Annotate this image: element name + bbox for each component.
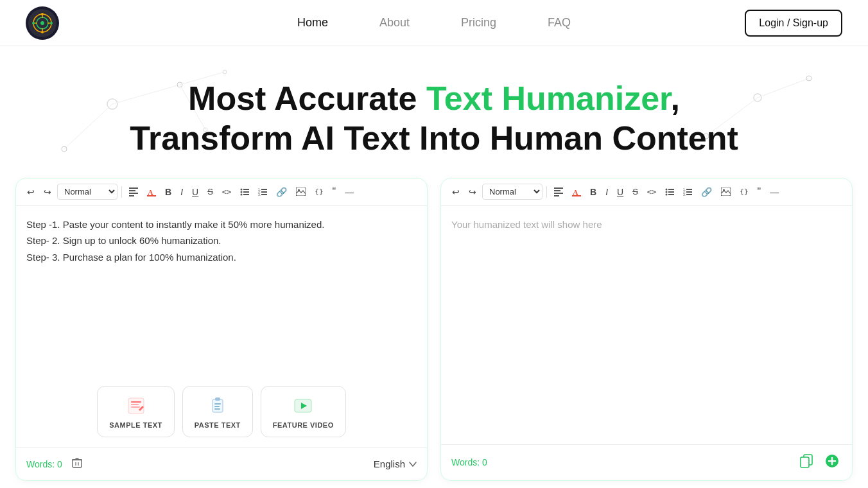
editors-container: ↩ ↪ Normal Heading 1 Heading 2 Heading 3… xyxy=(0,178,868,488)
left-editor-footer: Words: 0 English xyxy=(16,448,427,480)
copy-button[interactable] xyxy=(797,451,816,474)
left-toolbar: ↩ ↪ Normal Heading 1 Heading 2 Heading 3… xyxy=(16,179,427,206)
svg-rect-54 xyxy=(214,408,220,410)
left-font-color-button[interactable]: A xyxy=(144,185,159,199)
language-select[interactable]: English xyxy=(374,458,417,469)
login-button[interactable]: Login / Sign-up xyxy=(745,10,842,37)
language-label: English xyxy=(374,458,405,469)
hero-title: Most Accurate Text Humanizer, Transform … xyxy=(13,78,855,159)
left-placeholder-line3: Step- 3. Purchase a plan for 100% humani… xyxy=(26,249,417,266)
left-quote-button[interactable]: " xyxy=(329,184,340,200)
left-redo-button[interactable]: ↪ xyxy=(40,184,55,200)
right-format-select[interactable]: Normal Heading 1 Heading 2 Heading 3 xyxy=(482,184,542,200)
svg-point-10 xyxy=(32,22,35,24)
editor-action-cards: SAMPLE TEXT PASTE TEXT xyxy=(16,386,427,448)
svg-rect-35 xyxy=(243,191,249,193)
left-undo-button[interactable]: ↩ xyxy=(24,184,38,200)
right-numbered-list-button[interactable]: 1.2.3. xyxy=(680,185,695,199)
right-link-button[interactable]: 🔗 xyxy=(698,184,715,200)
svg-point-8 xyxy=(41,13,44,15)
svg-rect-63 xyxy=(554,190,560,191)
right-toolbar: ↩ ↪ Normal Heading 1 Heading 2 Heading 3… xyxy=(441,179,852,206)
left-bullet-list-button[interactable] xyxy=(237,185,252,199)
right-quote-button[interactable]: " xyxy=(754,184,765,200)
left-editor-content[interactable]: Step -1. Paste your content to instantly… xyxy=(16,206,427,386)
svg-rect-49 xyxy=(131,406,140,408)
toolbar-divider-1 xyxy=(121,186,122,198)
svg-rect-62 xyxy=(554,187,563,189)
right-word-count: Words: 0 xyxy=(451,457,487,467)
svg-rect-65 xyxy=(554,195,559,196)
svg-rect-77 xyxy=(686,191,692,193)
right-align-button[interactable] xyxy=(551,185,566,199)
hero-title-part1: Most Accurate xyxy=(188,80,426,117)
svg-rect-69 xyxy=(668,189,674,190)
right-footer-buttons xyxy=(797,451,842,474)
right-bold-button[interactable]: B xyxy=(587,184,600,200)
right-underline-button[interactable]: U xyxy=(614,184,627,200)
svg-rect-79 xyxy=(686,194,692,195)
add-button[interactable] xyxy=(822,451,842,474)
svg-point-68 xyxy=(666,188,668,190)
nav-link-about[interactable]: About xyxy=(379,16,410,30)
svg-rect-48 xyxy=(131,404,139,405)
left-align-button[interactable] xyxy=(126,185,141,199)
right-image-button[interactable] xyxy=(718,185,734,198)
svg-point-11 xyxy=(50,22,53,24)
svg-text:3.: 3. xyxy=(683,193,686,196)
svg-rect-37 xyxy=(243,194,249,195)
left-numbered-list-button[interactable]: 1.2.3. xyxy=(255,185,270,199)
left-bold-button[interactable]: B xyxy=(162,184,175,200)
logo[interactable] xyxy=(26,6,59,40)
nav-link-home[interactable]: Home xyxy=(297,16,328,30)
svg-rect-33 xyxy=(243,189,249,190)
right-code-block-button[interactable]: {} xyxy=(736,185,751,198)
right-editor-placeholder: Your humanized text will show here xyxy=(451,216,842,233)
svg-rect-75 xyxy=(686,189,692,190)
left-link-button[interactable]: 🔗 xyxy=(273,184,290,200)
svg-rect-47 xyxy=(131,401,141,403)
right-editor-content: Your humanized text will show here xyxy=(441,206,852,444)
right-font-color-button[interactable]: A xyxy=(569,185,584,199)
right-editor-footer: Words: 0 xyxy=(441,444,852,480)
left-strikethrough-button[interactable]: S xyxy=(204,184,216,199)
navbar: Home About Pricing FAQ Login / Sign-up xyxy=(0,0,868,46)
svg-point-72 xyxy=(666,193,668,195)
right-bullet-list-button[interactable] xyxy=(662,185,677,199)
feature-video-card[interactable]: FEATURE VIDEO xyxy=(261,386,346,437)
left-code-button[interactable]: <> xyxy=(219,185,234,199)
left-word-count: Words: 0 xyxy=(26,459,62,469)
left-code-block-button[interactable]: {} xyxy=(311,185,326,198)
svg-rect-31 xyxy=(147,195,156,196)
svg-text:3.: 3. xyxy=(258,193,261,196)
svg-rect-27 xyxy=(129,190,135,191)
svg-rect-43 xyxy=(261,194,267,195)
right-toolbar-divider-1 xyxy=(546,186,547,198)
sample-text-label: SAMPLE TEXT xyxy=(109,421,162,429)
right-undo-button[interactable]: ↩ xyxy=(449,184,463,200)
svg-point-34 xyxy=(241,191,243,193)
right-code-button[interactable]: <> xyxy=(644,185,659,199)
feature-video-icon xyxy=(291,394,315,417)
paste-text-card[interactable]: PASTE TEXT xyxy=(182,386,253,437)
left-italic-button[interactable]: I xyxy=(177,184,186,200)
left-format-select[interactable]: Normal Heading 1 Heading 2 Heading 3 xyxy=(57,184,117,200)
nav-link-faq[interactable]: FAQ xyxy=(548,16,571,30)
right-redo-button[interactable]: ↪ xyxy=(465,184,480,200)
paste-text-label: PASTE TEXT xyxy=(195,421,241,429)
left-image-button[interactable] xyxy=(293,185,309,198)
svg-rect-71 xyxy=(668,191,674,193)
right-hr-button[interactable]: — xyxy=(767,184,782,200)
svg-rect-83 xyxy=(801,457,809,467)
sample-text-card[interactable]: SAMPLE TEXT xyxy=(97,386,175,437)
left-underline-button[interactable]: U xyxy=(189,184,202,200)
svg-rect-28 xyxy=(129,193,138,194)
hero-title-line2: Transform AI Text Into Human Content xyxy=(130,119,738,157)
right-italic-button[interactable]: I xyxy=(602,184,611,200)
right-strikethrough-button[interactable]: S xyxy=(629,184,641,199)
left-hr-button[interactable]: — xyxy=(342,184,357,200)
right-editor-panel: ↩ ↪ Normal Heading 1 Heading 2 Heading 3… xyxy=(440,178,853,481)
left-delete-button[interactable] xyxy=(67,455,87,474)
svg-rect-51 xyxy=(215,397,220,401)
nav-link-pricing[interactable]: Pricing xyxy=(461,16,496,30)
